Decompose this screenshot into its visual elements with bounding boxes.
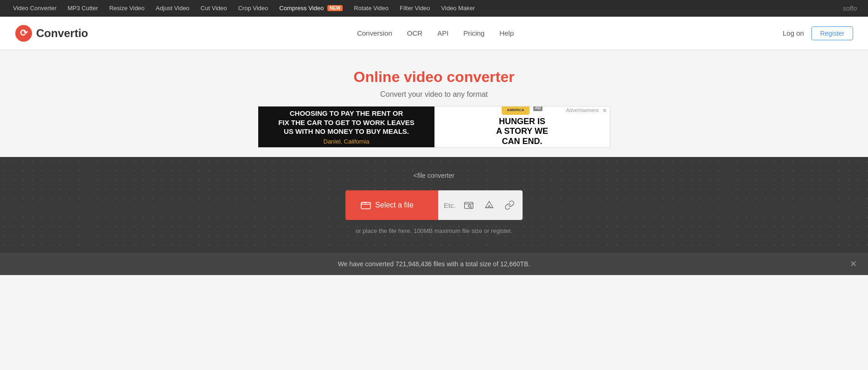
- toolbar-mp3-cutter[interactable]: MP3 Cutter: [62, 0, 104, 17]
- toolbar-items: Video Converter MP3 Cutter Resize Video …: [7, 0, 480, 17]
- nav-ocr[interactable]: OCR: [407, 29, 422, 37]
- etc-label: Etc.: [444, 201, 456, 209]
- toolbar-adjust-video[interactable]: Adjust Video: [150, 0, 195, 17]
- convertio-logo-icon: ⟳: [15, 25, 32, 42]
- etc-section: Etc.: [438, 190, 523, 220]
- ad-banner: CHOOSING TO PAY THE RENT ORFIX THE CAR T…: [258, 106, 610, 148]
- register-button[interactable]: Register: [811, 26, 853, 40]
- nav-conversion[interactable]: Conversion: [357, 29, 392, 37]
- toolbar-crop-video[interactable]: Crop Video: [232, 0, 274, 17]
- toolbar-filter-video[interactable]: Filter Video: [394, 0, 436, 17]
- nav-logo[interactable]: ⟳ Convertio: [15, 25, 88, 42]
- nav-auth: Log on Register: [783, 26, 853, 40]
- hero-section: Online video converter Convert your vide…: [0, 50, 868, 157]
- select-file-row: Select a file Etc.: [7, 190, 861, 220]
- bottom-bar-close-button[interactable]: ✕: [850, 259, 857, 269]
- ad-left: CHOOSING TO PAY THE RENT ORFIX THE CAR T…: [258, 107, 434, 147]
- google-drive-icon[interactable]: [482, 198, 497, 213]
- bottom-bar-text: We have converted 721,948,436 files with…: [338, 260, 530, 268]
- ad-org: FEEDINGAMERICA Ad: [502, 106, 542, 115]
- ad-left-title: CHOOSING TO PAY THE RENT ORFIX THE CAR T…: [266, 109, 427, 136]
- logo-text: Convertio: [36, 27, 88, 40]
- folder-icon: [360, 200, 371, 211]
- toolbar-compress-video[interactable]: Compress Video NEW: [274, 0, 348, 17]
- nav-api[interactable]: API: [437, 29, 448, 37]
- ad-left-sub: Daniel, California: [266, 138, 427, 145]
- ad-end-it-link[interactable]: END IT: [513, 146, 531, 148]
- toolbar-video-converter[interactable]: Video Converter: [7, 0, 62, 17]
- bottom-bar: We have converted 721,948,436 files with…: [0, 253, 868, 275]
- hero-title: Online video converter: [7, 69, 861, 86]
- toolbar-rotate-video[interactable]: Rotate Video: [348, 0, 394, 17]
- drop-hint: or place the file here. 100MB maximum fi…: [7, 227, 861, 234]
- ad-close-button[interactable]: ✕: [602, 107, 607, 114]
- ad-right-text: HUNGER ISA STORY WECAN END.: [496, 117, 548, 147]
- converter-label: <file converter: [7, 172, 861, 179]
- ad-label: Advertisement: [566, 107, 599, 113]
- svg-text:⟳: ⟳: [20, 28, 28, 38]
- new-badge: NEW: [327, 5, 343, 11]
- folder-search-icon[interactable]: [461, 198, 476, 213]
- nav-pricing[interactable]: Pricing: [463, 29, 485, 37]
- ad-right: Advertisement ✕ FEEDINGAMERICA Ad HUNGER…: [434, 107, 610, 147]
- select-file-button[interactable]: Select a file: [345, 190, 438, 220]
- feeding-america-logo: FEEDINGAMERICA: [502, 106, 530, 115]
- main-nav: ⟳ Convertio Conversion OCR API Pricing H…: [0, 17, 868, 50]
- toolbar-resize-video[interactable]: Resize Video: [103, 0, 150, 17]
- login-button[interactable]: Log on: [783, 29, 804, 37]
- converter-area: <file converter Select a file Etc.: [0, 157, 868, 253]
- nav-links: Conversion OCR API Pricing Help: [357, 29, 514, 37]
- toolbar-cut-video[interactable]: Cut Video: [195, 0, 233, 17]
- ad-badge: Ad: [533, 106, 542, 111]
- toolbar-video-maker[interactable]: Video Maker: [436, 0, 481, 17]
- ad-container: CHOOSING TO PAY THE RENT ORFIX THE CAR T…: [7, 99, 861, 148]
- softo-logo: softo: [843, 5, 857, 12]
- nav-help[interactable]: Help: [499, 29, 514, 37]
- svg-rect-2: [361, 202, 370, 209]
- hero-subtitle: Convert your video to any format: [7, 90, 861, 99]
- link-icon[interactable]: [502, 198, 517, 213]
- top-toolbar: Video Converter MP3 Cutter Resize Video …: [0, 0, 868, 17]
